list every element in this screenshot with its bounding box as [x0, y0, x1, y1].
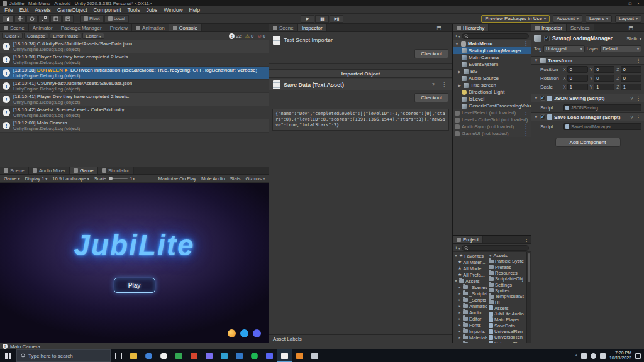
network-tray-icon[interactable]: [600, 353, 606, 359]
discord-icon[interactable]: [253, 329, 261, 337]
game-mode-dropdown[interactable]: Game▾: [2, 176, 21, 182]
taskbar-unity-icon[interactable]: [277, 349, 292, 362]
menu-help[interactable]: Help: [186, 7, 203, 13]
play-button[interactable]: ▶: [301, 15, 314, 23]
hierarchy-item-audio-source[interactable]: Audio Source: [453, 75, 531, 82]
active-checkbox[interactable]: ✓: [544, 36, 550, 41]
console-info-count[interactable]: !22: [228, 33, 242, 39]
foldout-collapsed-icon[interactable]: ▸: [458, 292, 462, 295]
taskbar-app-icon-13[interactable]: [307, 349, 322, 362]
scale-z-field[interactable]: 1: [621, 84, 641, 90]
task-view-icon[interactable]: [111, 349, 126, 362]
foldout-expanded-icon[interactable]: ▼: [489, 254, 492, 258]
transform-component-header[interactable]: ▼ Transform ⋮: [531, 56, 644, 65]
hierarchy-item-islevel[interactable]: IsLevel: [453, 96, 531, 102]
static-dropdown[interactable]: Static▾: [626, 36, 641, 41]
menu-dots-icon[interactable]: ⋮: [440, 82, 448, 87]
project-fav-all-materials[interactable]: ★All Mater...: [453, 259, 487, 265]
rotate-tool-button[interactable]: [26, 15, 38, 23]
hierarchy-scene-levelselect[interactable]: LevelSelect (not loaded)⋮: [453, 109, 531, 116]
menu-edit[interactable]: Edit: [16, 7, 32, 13]
project-folder-scenes[interactable]: ▸_Scenes: [453, 284, 487, 290]
layer-dropdown[interactable]: Default▾: [600, 45, 641, 52]
project-folder-editor[interactable]: ▸Editor: [453, 315, 487, 322]
checkout-button[interactable]: Checkout: [414, 49, 448, 58]
tab-audio-mixer[interactable]: Audio Mixer: [29, 167, 70, 174]
twitter-icon[interactable]: [240, 329, 248, 337]
taskbar-search[interactable]: Type here to search: [16, 349, 111, 362]
transform-tool-button[interactable]: [62, 15, 74, 23]
menu-window[interactable]: Window: [160, 7, 186, 13]
tab-preview[interactable]: Preview: [106, 24, 132, 31]
console-collapse-button[interactable]: Collapse: [24, 33, 48, 39]
status-bar[interactable]: ! Main Camera: [0, 343, 644, 349]
menu-dots-icon[interactable]: ⋮: [530, 117, 531, 123]
taskbar-app-icon-6[interactable]: [201, 349, 216, 362]
taskbar-app-icon-2[interactable]: [141, 349, 156, 362]
project-list-item[interactable]: Resources: [488, 270, 526, 276]
tab-scene-view[interactable]: Scene: [0, 167, 29, 174]
foldout-collapsed-icon[interactable]: ▸: [458, 298, 462, 302]
help-icon[interactable]: ?: [430, 82, 436, 87]
project-list-item[interactable]: UI: [488, 299, 526, 305]
gameobject-name[interactable]: SavingLoadingManager: [552, 35, 624, 41]
save-load-manager-component-header[interactable]: ▼ ✓ Save Load Manager (Script) ? ⋮: [531, 112, 644, 121]
account-dropdown[interactable]: Account▾: [553, 15, 582, 23]
menu-dots-icon[interactable]: ⋮: [522, 131, 530, 136]
menu-dots-icon[interactable]: ⋮: [443, 25, 452, 31]
tab-console[interactable]: Console: [169, 24, 202, 31]
menu-dots-icon[interactable]: ⋮: [635, 25, 644, 31]
foldout-expanded-icon[interactable]: ▼: [534, 115, 538, 119]
foldout-collapsed-icon[interactable]: ▶: [457, 83, 462, 87]
foldout-collapsed-icon[interactable]: ▸: [458, 329, 462, 333]
tab-inspector[interactable]: Inspector: [531, 24, 567, 31]
asset-labels-bar[interactable]: Asset Labels: [269, 334, 452, 343]
project-search-box[interactable]: [462, 245, 529, 251]
hierarchy-item-bg[interactable]: ▶BG: [453, 68, 531, 75]
position-z-field[interactable]: 0: [621, 66, 641, 73]
menu-dots-icon[interactable]: ⋮: [522, 110, 530, 116]
foldout-collapsed-icon[interactable]: ▸: [458, 304, 462, 308]
foldout-collapsed-icon[interactable]: ▸: [458, 317, 462, 321]
menu-tools[interactable]: Tools: [125, 7, 143, 13]
maximize-on-play-toggle[interactable]: Maximize On Play: [157, 176, 198, 182]
project-list-item[interactable]: Sprites: [488, 288, 526, 293]
console-entry[interactable]: ! [18:10:38] C:/UnityFast/Jubilite/Asset…: [0, 40, 269, 53]
hierarchy-scene-level-cubegrid[interactable]: Level - CubeGrid (not loaded)⋮: [453, 116, 531, 123]
console-entry-selected[interactable]: ! [18:10:38] DOTWEEN ► DOTween initializ…: [0, 67, 269, 80]
foldout-expanded-icon[interactable]: ▼: [454, 254, 458, 258]
project-folder-scriptables[interactable]: ▸_Scriptabl: [453, 290, 487, 297]
taskbar-app-icon-12[interactable]: [292, 349, 307, 362]
tab-scene[interactable]: Scene: [0, 24, 29, 31]
hierarchy-scene-mainmenu[interactable]: ▼MainMenu⋮: [453, 40, 531, 47]
taskbar-app-icon-5[interactable]: [186, 349, 201, 362]
hierarchy-search-box[interactable]: [462, 33, 529, 39]
position-y-field[interactable]: 0: [594, 66, 614, 73]
taskbar-app-icon-1[interactable]: [126, 349, 141, 362]
start-button[interactable]: [0, 349, 16, 362]
menu-gameobject[interactable]: GameObject: [54, 7, 91, 13]
console-entry[interactable]: ! [18:12:00] Main CameraUnityEngine.Debu…: [0, 119, 269, 133]
hierarchy-scene-gameui[interactable]: GameUI (not loaded)⋮: [453, 130, 531, 137]
tab-animator[interactable]: Animator: [29, 24, 57, 31]
taskbar-app-icon-3[interactable]: [156, 349, 171, 362]
script-object-field[interactable]: JSONSaving: [563, 104, 641, 111]
menu-component[interactable]: Component: [91, 7, 125, 13]
console-entry[interactable]: ! [18:10:41] C:/UnityFast/Jubilite/Asset…: [0, 80, 269, 93]
project-list-item[interactable]: Settings: [488, 282, 526, 287]
menu-file[interactable]: File: [1, 7, 16, 13]
lock-icon[interactable]: ⬒: [626, 25, 635, 31]
console-error-pause-button[interactable]: Error Pause: [50, 33, 81, 39]
tab-project[interactable]: Project: [453, 236, 483, 243]
scale-slider-track[interactable]: [109, 178, 128, 179]
project-search-input[interactable]: [470, 246, 526, 250]
position-x-field[interactable]: 0: [567, 66, 588, 73]
tab-simulator[interactable]: Simulator: [98, 167, 134, 174]
project-folder-models[interactable]: ▸Models: [453, 341, 487, 343]
menu-dots-icon[interactable]: ⋮: [522, 41, 530, 47]
tab-package-manager[interactable]: Package Manager: [57, 24, 106, 31]
hierarchy-item-genericpostprocessingvolume[interactable]: GenericPostProcessingVolume: [453, 102, 531, 109]
hierarchy-item-directional-light[interactable]: Directional Light: [453, 89, 531, 96]
foldout-expanded-icon[interactable]: ▼: [534, 58, 538, 62]
project-fav-all-models[interactable]: ★All Mode...: [453, 265, 487, 272]
